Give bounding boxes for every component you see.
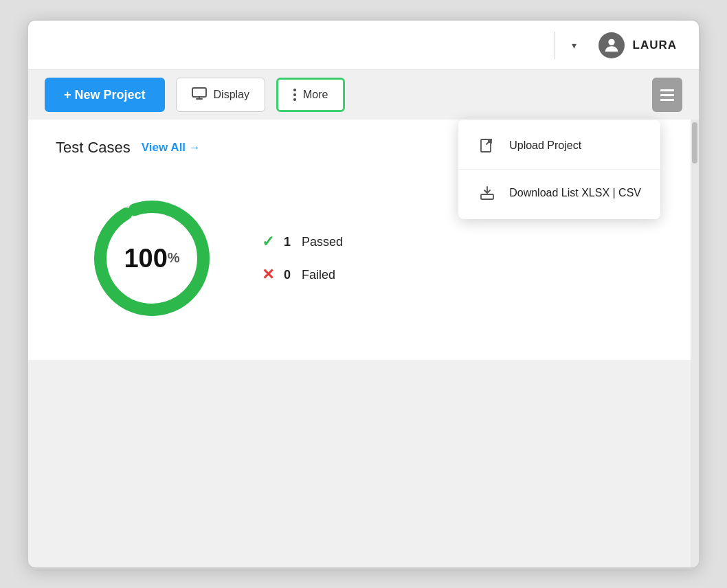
passed-label: Passed bbox=[302, 235, 343, 249]
three-dots-icon bbox=[293, 89, 296, 101]
passed-stat: ✓ 1 Passed bbox=[262, 233, 343, 251]
user-section: LAURA bbox=[599, 32, 678, 58]
passed-count: 1 bbox=[284, 235, 291, 249]
upload-project-item[interactable]: Upload Project bbox=[458, 125, 660, 166]
list-bars-icon bbox=[658, 87, 677, 104]
svg-point-0 bbox=[608, 38, 614, 45]
more-dropdown-menu: Upload Project Download List XLSX | CSV bbox=[458, 120, 660, 219]
more-label: More bbox=[303, 89, 328, 101]
new-project-button[interactable]: + New Project bbox=[45, 78, 165, 112]
donut-percent: 100 bbox=[124, 244, 167, 273]
stats-list: ✓ 1 Passed ✕ 0 Failed bbox=[262, 233, 343, 284]
svg-rect-1 bbox=[192, 88, 206, 97]
check-icon: ✓ bbox=[262, 233, 274, 251]
donut-chart: 100% bbox=[83, 190, 221, 327]
header-divider bbox=[555, 32, 555, 59]
toolbar: + New Project Display More bbox=[28, 70, 699, 120]
download-list-item[interactable]: Download List XLSX | CSV bbox=[458, 172, 660, 214]
upload-project-label: Upload Project bbox=[509, 139, 581, 152]
display-label: Display bbox=[214, 89, 249, 101]
donut-label: 100% bbox=[124, 244, 179, 273]
view-all-link[interactable]: View All → bbox=[142, 141, 201, 155]
svg-rect-3 bbox=[481, 194, 493, 199]
dropdown-divider bbox=[458, 169, 660, 170]
display-button[interactable]: Display bbox=[176, 78, 265, 112]
failed-stat: ✕ 0 Failed bbox=[262, 266, 343, 284]
more-button[interactable]: More bbox=[276, 78, 345, 112]
scrollbar[interactable] bbox=[691, 120, 699, 567]
failed-label: Failed bbox=[302, 268, 335, 282]
failed-count: 0 bbox=[284, 268, 291, 282]
donut-percent-sign: % bbox=[168, 250, 180, 265]
header-dropdown-arrow[interactable]: ▾ bbox=[572, 40, 577, 51]
download-list-label: Download List XLSX | CSV bbox=[509, 187, 641, 199]
section-title: Test Cases bbox=[56, 139, 131, 157]
download-list-icon bbox=[478, 183, 497, 203]
upload-project-icon bbox=[478, 136, 497, 155]
scrollbar-thumb[interactable] bbox=[692, 122, 697, 163]
list-view-button[interactable] bbox=[652, 78, 682, 112]
monitor-icon bbox=[192, 87, 207, 102]
header-bar: ▾ LAURA bbox=[28, 21, 699, 70]
user-name: LAURA bbox=[633, 38, 678, 52]
avatar bbox=[599, 32, 625, 58]
cross-icon: ✕ bbox=[262, 266, 274, 284]
